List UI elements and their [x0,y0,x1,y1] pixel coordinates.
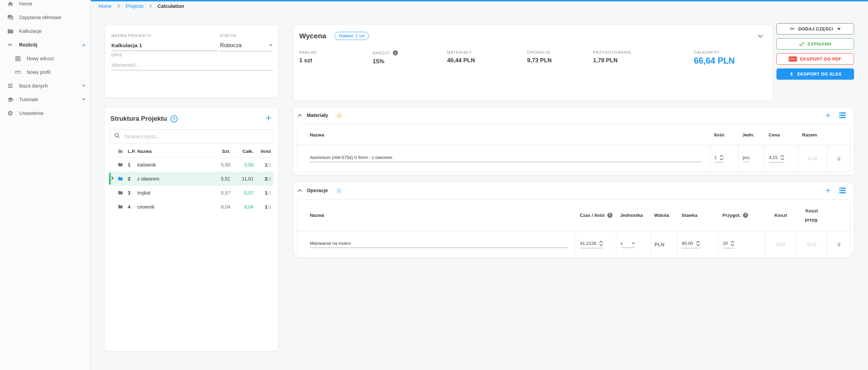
add-part-icon[interactable] [265,114,272,123]
scissors-icon: ✂ [790,26,795,32]
project-desc-input[interactable]: Wprowadź... [111,62,273,70]
operation-rate-stepper[interactable]: 80,00 [682,241,700,248]
sidebar-item-tutoriale[interactable]: Tutoriale [0,93,90,106]
quotation-title: Wycena [299,32,326,40]
operation-time-stepper[interactable]: 41,2128 [580,241,603,248]
add-material-icon[interactable] [825,112,831,119]
add-operation-icon[interactable] [825,187,831,194]
operation-currency-value: PLN [655,241,664,247]
operation-unit-select[interactable]: s [620,241,635,248]
chat-icon [6,14,14,21]
operations-section: Operacje 1 Nazwa Czas / Ilość? Jednostka… [293,182,854,256]
scissors-icon: ✂ [6,42,14,48]
stat-materialy: MATERIAŁY 46,44 PLN [447,50,475,64]
project-structure-card: Struktura Projektu ? Szukaj części... L.… [104,107,278,351]
chevron-down-icon [82,98,85,101]
project-desc-label: OPIS [111,53,273,57]
collapse-chevron-icon[interactable] [758,33,763,39]
sidebar-item-rozkroj[interactable]: ✂ Rozkrój [0,38,90,52]
folder-icon-selected [118,176,128,181]
materials-table: Nazwa Ilość Jedn. Cena Razem Aluminium (… [297,124,851,172]
help-icon[interactable]: ? [607,213,612,218]
sidebar-item-nowy-profil[interactable]: Nowy profil [0,65,90,79]
material-name-input[interactable]: Aluminium (AW-5754) 0.5mm - z otworem [310,155,702,162]
collapse-chevron-icon[interactable] [298,189,302,192]
stat-calkowity: CAŁKOWITY 66,64 PLN [694,50,735,66]
operation-name-input[interactable]: Malowanie na mokro [310,241,567,248]
project-status-select[interactable]: Robocza [220,42,273,51]
breadcrumb-projects[interactable]: Projects [126,3,143,9]
stepper-arrows-icon[interactable] [599,241,603,246]
sidebar-item-ustawienia[interactable]: Ustawienia [0,106,90,120]
chevron-down-icon [837,28,841,30]
project-name-label: NAZWA PROJEKTU [111,34,218,38]
structure-table-header: L.P. Nazwa Szt. Całk. Ilość [109,145,274,158]
expand-chevron-icon[interactable] [111,176,114,181]
stepper-arrows-icon[interactable] [696,241,700,246]
info-icon[interactable]: i [393,50,398,55]
project-name-input[interactable]: Kalkulacja 1 [111,42,218,51]
operation-prep-stepper[interactable]: 20 [723,241,734,248]
material-price-stepper[interactable]: 4,15 [769,155,784,162]
top-accent-bar [91,0,868,1]
parts-search-input[interactable]: Szukaj części... [109,129,274,143]
structure-row-ceownik[interactable]: 4 ceownik 8,04 8,04 1/1 [109,200,274,214]
chevron-down-icon [82,85,85,87]
breadcrumb-home[interactable]: Home [98,3,112,9]
delete-operation-icon[interactable] [836,241,842,248]
export-pdf-button[interactable]: PDF EKSPORT DO PDF [776,53,854,65]
search-icon [114,132,120,140]
stat-operacje: OPERACJE 9,73 PLN [527,50,552,64]
export-xlsx-button[interactable]: EKSPORT DO XLSX [776,68,854,80]
school-icon [6,96,14,103]
project-status-label: STATUS [220,34,273,38]
gear-icon [6,110,14,116]
download-icon [789,72,794,77]
add-parts-button[interactable]: ✂ DODAJ CZĘŚCI [776,23,854,35]
material-list-icon[interactable] [839,112,846,118]
sheet-grid-icon [14,56,22,62]
material-qty-stepper[interactable]: 1 [714,155,724,162]
stepper-arrows-icon[interactable] [731,241,734,246]
chevron-down-icon [632,242,635,245]
structure-row-trojkat[interactable]: 3 trojkat 0,57 0,57 1/1 [109,186,274,200]
material-row: Aluminium (AW-5754) 0.5mm - z otworem 1 … [297,145,851,172]
delete-material-icon[interactable] [836,156,842,162]
sidebar-item-nowy-arkusz[interactable]: Nowy arkusz [0,52,90,65]
structure-title: Struktura Projektu [110,115,167,122]
pdf-icon: PDF [789,56,797,62]
quantity-badge: Nakład: 1 szt [334,32,369,40]
database-list-icon [6,83,14,89]
stat-przygotowanie: PRZYGOTOWANIE 1,78 PLN [593,50,632,64]
help-icon[interactable]: ? [743,213,748,218]
folder-icon [118,149,128,154]
materials-section: Materiały 1 Nazwa Ilość Jedn. Cena Razem… [293,107,854,175]
folder-icon [118,204,128,209]
breadcrumb: Home Projects Calculation [98,3,184,9]
operations-table: Nazwa Czas / Ilość? Jednostka Waluta Sta… [297,199,851,258]
saved-button[interactable]: ZAPISANO [776,38,854,50]
sidebar-item-zapytania-ofertowe[interactable]: Zapytania ofertowe [0,11,90,24]
breadcrumb-current: Calculation [157,3,184,9]
operations-title: Operacje [307,188,328,193]
structure-row-katownik[interactable]: 1 katownik 5,50 5,50 1/1 [109,158,274,172]
sidebar-item-home[interactable]: Home [0,0,90,11]
stepper-arrows-icon[interactable] [720,155,724,160]
folder-icon [118,162,128,167]
structure-row-z-otworem[interactable]: 2 z otworem 5,51 11,01 2/2 [109,172,274,186]
operation-prep-cost-value: 0,22 [807,242,816,247]
chevron-up-icon [82,44,85,46]
sidebar-item-kalkulacje[interactable]: Kalkulacje [0,24,90,38]
collapse-chevron-icon[interactable] [298,114,302,117]
stepper-arrows-icon[interactable] [781,155,784,160]
chevron-down-icon [269,44,273,47]
sidebar: Home Zapytania ofertowe Kalkulacje ✂ Roz… [0,0,91,370]
material-unit-input[interactable]: pcs [743,155,749,162]
sidebar-item-baza-danych[interactable]: Baza danych [0,79,90,93]
chevron-right-icon [117,4,120,8]
help-icon[interactable]: ? [170,115,178,122]
materials-title: Materiały [307,113,328,118]
operation-list-icon[interactable] [839,187,846,194]
chevron-right-icon [149,4,152,8]
materials-count-badge: 1 [336,113,343,118]
